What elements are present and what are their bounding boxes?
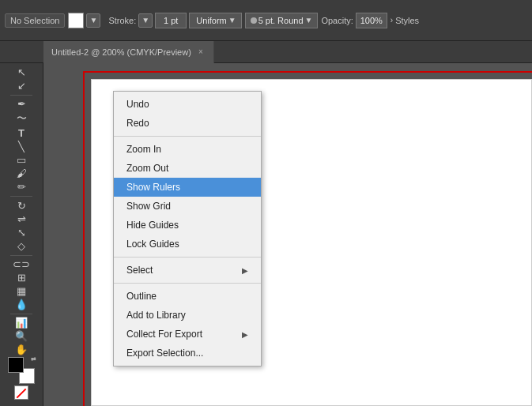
stroke-style-chevron: ▼ (228, 16, 236, 24)
menu-separator-1 (114, 136, 261, 137)
gradient-tool[interactable]: ▦ (9, 285, 33, 297)
fill-color-swatch[interactable] (68, 13, 84, 28)
selection-tool[interactable]: ↖ (9, 66, 33, 78)
fill-mode-button[interactable]: ▼ (86, 13, 100, 28)
fg-bg-colors[interactable]: ⇄ (8, 357, 35, 384)
round-section: 5 pt. Round ▼ (245, 13, 319, 28)
opacity-label: Opacity: (321, 16, 353, 25)
left-toolbar: ↖ ↙ ✒ 〜 T ╲ ▭ 🖌 ✏ ↻ ⇌ ⤡ ◇ ⊂⊃ ⊞ ▦ 💧 📊 🔍 ✋… (0, 63, 43, 406)
canvas-area[interactable]: Undo Redo Zoom In Zoom Out Show Rulers S… (43, 63, 532, 406)
menu-separator-2 (114, 257, 261, 258)
stroke-style-label: Uniform (196, 16, 227, 25)
menu-item-redo-label: Redo (126, 118, 149, 129)
foreground-color-box[interactable] (8, 357, 24, 373)
top-toolbar: No Selection ▼ Stroke: ▼ Uniform ▼ 5 pt.… (0, 0, 532, 41)
selection-section: No Selection (5, 13, 65, 28)
menu-item-collect-for-export-arrow: ▶ (242, 330, 248, 339)
stroke-style-button[interactable]: Uniform ▼ (189, 13, 241, 28)
blend-tool[interactable]: ⊂⊃ (9, 258, 33, 270)
menu-item-show-rulers-label: Show Rulers (126, 182, 180, 193)
pencil-tool[interactable]: ✏ (9, 181, 33, 193)
paintbrush-tool[interactable]: 🖌 (9, 167, 33, 179)
eyedropper-tool[interactable]: 💧 (9, 299, 33, 310)
hand-tool[interactable]: ✋ (9, 344, 33, 355)
round-button[interactable]: 5 pt. Round ▼ (245, 13, 319, 28)
round-label: 5 pt. Round (258, 16, 304, 25)
menu-item-show-grid-label: Show Grid (126, 201, 171, 212)
tab-bar: Untitled-2 @ 200% (CMYK/Preview) × (0, 41, 532, 63)
graph-tool[interactable]: 📊 (9, 317, 33, 329)
menu-item-export-selection-label: Export Selection... (126, 348, 203, 359)
menu-item-add-to-library[interactable]: Add to Library (114, 306, 261, 325)
context-menu: Undo Redo Zoom In Zoom Out Show Rulers S… (113, 91, 262, 367)
tab-title: Untitled-2 @ 200% (CMYK/Preview) (51, 47, 191, 57)
menu-item-show-grid[interactable]: Show Grid (114, 197, 261, 216)
shape-tool[interactable]: ▭ (9, 154, 33, 166)
menu-item-lock-guides-label: Lock Guides (126, 239, 179, 250)
mesh-tool[interactable]: ⊞ (9, 272, 33, 284)
styles-section: › Styles (391, 16, 419, 25)
menu-item-select-arrow: ▶ (242, 266, 248, 275)
menu-item-hide-guides[interactable]: Hide Guides (114, 216, 261, 235)
no-selection-label: No Selection (5, 13, 65, 28)
fill-section: ▼ (68, 13, 100, 28)
stroke-section: Stroke: ▼ Uniform ▼ (104, 13, 241, 28)
zoom-tool[interactable]: 🔍 (9, 330, 33, 342)
none-color-box[interactable] (14, 385, 28, 400)
type-tool[interactable]: T (9, 127, 33, 139)
menu-item-outline-label: Outline (126, 291, 157, 302)
document-tab[interactable]: Untitled-2 @ 200% (CMYK/Preview) × (43, 41, 214, 63)
menu-item-select-label: Select (126, 265, 153, 276)
menu-item-collect-for-export-label: Collect For Export (126, 329, 202, 340)
menu-item-show-rulers[interactable]: Show Rulers (114, 178, 261, 197)
reflect-tool[interactable]: ⇌ (9, 213, 33, 225)
shear-tool[interactable]: ◇ (9, 240, 33, 252)
menu-item-lock-guides[interactable]: Lock Guides (114, 235, 261, 254)
opacity-section: Opacity: (321, 13, 387, 28)
menu-item-hide-guides-label: Hide Guides (126, 220, 179, 231)
menu-item-export-selection[interactable]: Export Selection... (114, 344, 261, 363)
menu-item-zoom-out[interactable]: Zoom Out (114, 159, 261, 178)
chevron-right-icon[interactable]: › (391, 16, 393, 24)
menu-item-outline[interactable]: Outline (114, 287, 261, 306)
rotate-tool[interactable]: ↻ (9, 200, 33, 212)
menu-item-redo[interactable]: Redo (114, 114, 261, 133)
line-tool[interactable]: ╲ (9, 141, 33, 152)
menu-item-undo[interactable]: Undo (114, 95, 261, 114)
menu-item-undo-label: Undo (126, 99, 149, 110)
round-dot-icon (251, 17, 257, 24)
tab-close-button[interactable]: × (196, 47, 206, 57)
direct-selection-tool[interactable]: ↙ (9, 80, 33, 92)
main-area: ↖ ↙ ✒ 〜 T ╲ ▭ 🖌 ✏ ↻ ⇌ ⤡ ◇ ⊂⊃ ⊞ ▦ 💧 📊 🔍 ✋… (0, 63, 532, 406)
menu-item-select[interactable]: Select ▶ (114, 261, 261, 280)
round-chevron: ▼ (305, 16, 313, 24)
styles-label: Styles (395, 16, 419, 25)
menu-item-add-to-library-label: Add to Library (126, 310, 186, 321)
color-tools: ⇄ (8, 357, 35, 403)
menu-item-zoom-in-label: Zoom In (126, 144, 161, 155)
pen-tool[interactable]: ✒ (9, 98, 33, 110)
scale-tool[interactable]: ⤡ (9, 227, 33, 239)
swap-colors-icon[interactable]: ⇄ (31, 355, 36, 363)
menu-separator-3 (114, 283, 261, 284)
stroke-label: Stroke: (108, 16, 136, 25)
menu-item-zoom-out-label: Zoom Out (126, 163, 168, 174)
stroke-mode-button[interactable]: ▼ (138, 13, 153, 28)
menu-item-zoom-in[interactable]: Zoom In (114, 140, 261, 159)
opacity-input[interactable] (356, 13, 387, 28)
stroke-weight-input[interactable] (155, 13, 187, 28)
curvature-tool[interactable]: 〜 (9, 111, 33, 126)
menu-item-collect-for-export[interactable]: Collect For Export ▶ (114, 325, 261, 344)
